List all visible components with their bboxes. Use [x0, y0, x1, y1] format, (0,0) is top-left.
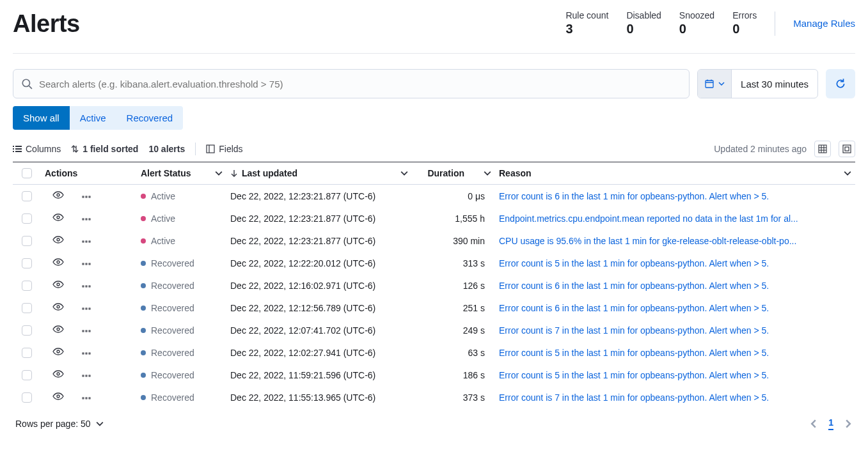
col-status[interactable]: Alert Status — [137, 168, 226, 178]
date-picker-button[interactable] — [698, 70, 732, 98]
divider — [195, 143, 196, 155]
columns-button[interactable]: Columns — [13, 144, 61, 154]
table-row: Recovered Dec 22, 2022, 12:07:41.702 (UT… — [13, 319, 855, 341]
view-details-button[interactable] — [52, 256, 64, 270]
reason-link[interactable]: Error count is 5 in the last 1 min for o… — [495, 258, 855, 268]
row-checkbox[interactable] — [22, 370, 32, 380]
status-dot-icon — [141, 261, 146, 266]
search-box[interactable] — [13, 69, 690, 98]
col-updated-label: Last updated — [242, 168, 297, 178]
reason-link[interactable]: Error count is 7 in the last 1 min for o… — [495, 392, 855, 403]
view-details-button[interactable] — [52, 368, 64, 382]
more-actions-button[interactable] — [82, 281, 92, 291]
sort-icon — [71, 144, 79, 153]
status-cell: Recovered — [137, 392, 226, 403]
chevron-down-icon[interactable] — [484, 169, 491, 177]
row-checkbox[interactable] — [22, 281, 32, 291]
inspect-button[interactable] — [814, 141, 831, 157]
row-checkbox[interactable] — [22, 348, 32, 358]
row-checkbox[interactable] — [22, 191, 32, 201]
more-actions-button[interactable] — [82, 191, 92, 201]
fields-button[interactable]: Fields — [206, 144, 242, 154]
alerts-count: 10 alerts — [148, 144, 185, 154]
more-actions-button[interactable] — [82, 348, 92, 358]
fullscreen-button[interactable] — [839, 141, 855, 157]
view-details-button[interactable] — [52, 346, 64, 359]
more-actions-button[interactable] — [82, 370, 92, 380]
rows-per-page-selector[interactable]: Rows per page: 50 — [15, 419, 104, 429]
prev-page-button[interactable] — [809, 419, 818, 428]
svg-rect-49 — [83, 330, 84, 332]
tab-show-all[interactable]: Show all — [13, 106, 70, 130]
next-page-button[interactable] — [844, 419, 853, 428]
tab-active[interactable]: Active — [70, 106, 116, 130]
view-details-button[interactable] — [52, 391, 64, 404]
more-actions-button[interactable] — [82, 325, 92, 336]
row-checkbox[interactable] — [22, 213, 32, 224]
last-updated-text: Updated 2 minutes ago — [714, 144, 807, 154]
reason-link[interactable]: Error count is 6 in the last 1 min for o… — [495, 281, 855, 291]
table-row: Recovered Dec 22, 2022, 12:22:20.012 (UT… — [13, 252, 855, 274]
reason-link[interactable]: Error count is 6 in the last 1 min for o… — [495, 303, 855, 313]
svg-rect-14 — [207, 145, 214, 153]
table-row: Recovered Dec 22, 2022, 12:02:27.941 (UT… — [13, 341, 855, 364]
svg-rect-45 — [83, 308, 84, 309]
row-checkbox[interactable] — [22, 392, 32, 403]
chevron-down-icon[interactable] — [400, 169, 408, 177]
view-details-button[interactable] — [52, 212, 64, 225]
row-select-cell — [13, 191, 41, 201]
more-actions-button[interactable] — [82, 258, 92, 268]
duration-cell: 186 s — [412, 370, 495, 380]
chevron-down-icon[interactable] — [844, 169, 851, 177]
reason-link[interactable]: Endpoint.metrics.cpu.endpoint.mean repor… — [495, 213, 855, 224]
svg-rect-30 — [86, 219, 87, 220]
more-actions-button[interactable] — [82, 213, 92, 224]
reason-link[interactable]: Error count is 5 in the last 1 min for o… — [495, 348, 855, 358]
row-checkbox[interactable] — [22, 258, 32, 268]
search-input[interactable] — [39, 79, 681, 89]
tab-recovered[interactable]: Recovered — [116, 106, 184, 130]
last-updated-cell: Dec 22, 2022, 12:23:21.877 (UTC-6) — [226, 191, 412, 201]
refresh-button[interactable] — [826, 69, 855, 98]
status-dot-icon — [141, 194, 146, 199]
row-checkbox[interactable] — [22, 325, 32, 336]
svg-rect-25 — [83, 196, 84, 198]
status-dot-icon — [141, 216, 146, 221]
view-details-button[interactable] — [52, 301, 64, 314]
more-actions-button[interactable] — [82, 236, 92, 246]
fullscreen-icon — [842, 144, 851, 153]
row-select-cell — [13, 281, 41, 291]
sort-button[interactable]: 1 field sorted — [71, 144, 138, 154]
chevron-down-icon[interactable] — [215, 169, 223, 177]
current-page[interactable]: 1 — [828, 417, 833, 430]
row-select-cell — [13, 392, 41, 403]
view-details-button[interactable] — [52, 279, 64, 292]
col-reason[interactable]: Reason — [495, 168, 855, 178]
duration-cell: 390 min — [412, 236, 495, 246]
more-actions-button[interactable] — [82, 303, 92, 313]
more-actions-button[interactable] — [82, 392, 92, 403]
reason-link[interactable]: CPU usage is 95.6% in the last 1 min for… — [495, 236, 855, 246]
reason-link[interactable]: Error count is 6 in the last 1 min for o… — [495, 191, 855, 201]
row-checkbox[interactable] — [22, 236, 32, 246]
col-duration[interactable]: Duration — [412, 168, 495, 178]
svg-point-0 — [22, 79, 29, 86]
reason-link[interactable]: Error count is 7 in the last 1 min for o… — [495, 325, 855, 336]
svg-point-48 — [57, 328, 59, 330]
chevron-down-icon — [718, 81, 725, 87]
select-all-checkbox[interactable] — [22, 168, 32, 178]
view-details-button[interactable] — [52, 323, 64, 337]
table-icon — [818, 144, 827, 153]
date-range-picker[interactable]: Last 30 minutes — [697, 69, 818, 98]
svg-rect-62 — [86, 398, 87, 399]
reason-link[interactable]: Error count is 5 in the last 1 min for o… — [495, 370, 855, 380]
fields-label: Fields — [219, 144, 242, 154]
svg-rect-26 — [86, 196, 87, 198]
view-details-button[interactable] — [52, 234, 64, 247]
duration-cell: 0 μs — [412, 191, 495, 201]
svg-rect-11 — [15, 151, 22, 152]
col-last-updated[interactable]: Last updated — [226, 168, 412, 178]
row-checkbox[interactable] — [22, 303, 32, 313]
view-details-button[interactable] — [52, 189, 64, 203]
manage-rules-link[interactable]: Manage Rules — [793, 18, 855, 29]
